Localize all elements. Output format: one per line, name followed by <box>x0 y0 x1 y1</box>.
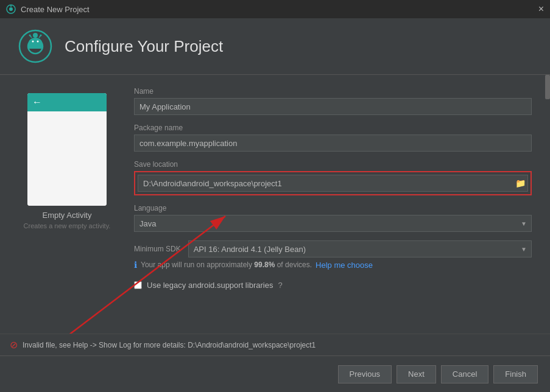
min-sdk-select[interactable]: API 16: Android 4.1 (Jelly Bean) API 21:… <box>188 240 532 257</box>
config-form: Name Package name Save location 📁 Langua… <box>134 87 532 343</box>
browse-folder-button[interactable]: 📁 <box>515 178 526 188</box>
package-group: Package name <box>134 124 532 152</box>
svg-point-9 <box>37 41 39 43</box>
legacy-checkbox[interactable] <box>134 281 142 289</box>
sdk-dropdown-wrap: API 16: Android 4.1 (Jelly Bean) API 21:… <box>188 240 532 257</box>
min-sdk-label: Minimum SDK <box>134 245 181 253</box>
error-message: Invalid file, see Help -> Show Log for m… <box>23 341 316 349</box>
main-content: ← Empty Activity Creates a new empty act… <box>0 75 550 355</box>
package-label: Package name <box>134 124 532 132</box>
svg-point-13 <box>40 35 42 37</box>
titlebar-title: Create New Project <box>21 5 90 14</box>
error-bar: ⊘ Invalid file, see Help -> Show Log for… <box>0 334 550 355</box>
min-sdk-group: Minimum SDK API 16: Android 4.1 (Jelly B… <box>134 240 532 270</box>
min-sdk-row: Minimum SDK API 16: Android 4.1 (Jelly B… <box>134 240 532 257</box>
scrollbar[interactable] <box>545 75 550 355</box>
info-row: ℹ Your app will run on approximately 99.… <box>134 260 532 270</box>
activity-name-label: Empty Activity <box>43 211 92 220</box>
header: Configure Your Project <box>0 18 550 75</box>
scrollbar-thumb[interactable] <box>545 75 550 99</box>
footer: Previous Next Cancel Finish <box>0 355 550 392</box>
error-icon: ⊘ <box>10 339 18 351</box>
android-logo <box>18 29 52 63</box>
svg-point-2 <box>10 5 12 7</box>
language-label: Language <box>134 204 532 212</box>
previous-button[interactable]: Previous <box>338 365 392 383</box>
activity-preview-panel: ← Empty Activity Creates a new empty act… <box>18 87 116 343</box>
save-location-group: Save location 📁 <box>134 160 532 195</box>
cancel-button[interactable]: Cancel <box>441 365 488 383</box>
language-dropdown-group: Java Kotlin ▼ <box>134 215 532 232</box>
android-studio-icon <box>6 4 16 14</box>
phone-mockup: ← <box>27 93 107 206</box>
name-label: Name <box>134 87 532 96</box>
phone-topbar: ← <box>27 93 107 111</box>
language-group: Language Java Kotlin ▼ <box>134 204 532 232</box>
legacy-help-icon[interactable]: ? <box>278 281 282 290</box>
phone-back-icon: ← <box>32 97 42 108</box>
legacy-label: Use legacy android.support libraries <box>147 281 273 290</box>
phone-content-area <box>27 111 107 206</box>
svg-point-12 <box>29 35 31 37</box>
header-title: Configure Your Project <box>65 37 223 56</box>
svg-point-8 <box>32 41 34 43</box>
info-icon: ℹ <box>134 260 137 270</box>
svg-point-5 <box>33 33 38 38</box>
package-input[interactable] <box>134 135 532 152</box>
name-input[interactable] <box>134 98 532 115</box>
titlebar-close[interactable]: × <box>538 4 544 15</box>
language-select[interactable]: Java Kotlin <box>134 215 532 232</box>
save-location-input[interactable] <box>138 175 528 192</box>
activity-description-label: Creates a new empty activity. <box>24 222 111 229</box>
finish-button[interactable]: Finish <box>493 365 538 383</box>
titlebar-left: Create New Project <box>6 4 90 14</box>
save-location-highlighted: 📁 <box>134 171 532 195</box>
next-button[interactable]: Next <box>397 365 436 383</box>
svg-rect-7 <box>29 43 42 49</box>
save-location-inner: 📁 <box>138 175 528 192</box>
help-me-choose-link[interactable]: Help me choose <box>316 261 373 270</box>
name-group: Name <box>134 87 532 115</box>
save-location-label: Save location <box>134 160 532 169</box>
legacy-checkbox-row: Use legacy android.support libraries ? <box>134 281 532 290</box>
svg-point-1 <box>9 7 13 11</box>
info-text: Your app will run on approximately 99.8%… <box>141 261 312 269</box>
titlebar: Create New Project × <box>0 0 550 18</box>
